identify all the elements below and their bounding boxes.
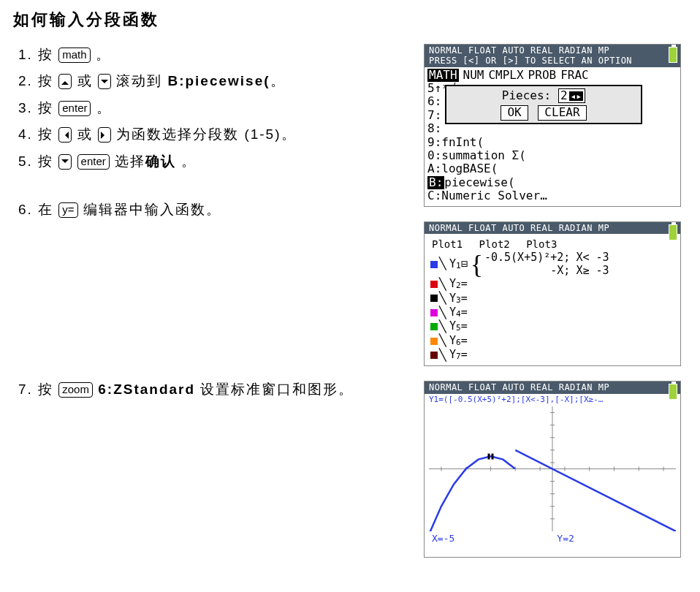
line-style-icon: ╲ (439, 349, 449, 362)
pieces-dialog: Pieces: 2◂▸ OK CLEAR (445, 85, 642, 124)
tab-num[interactable]: NUM (463, 68, 484, 82)
text: 。 (91, 47, 111, 62)
math-key: math (58, 48, 90, 63)
pieces-label: Pieces: (502, 88, 551, 102)
menu-target: B:piecewise( (167, 73, 270, 88)
text: 滚动到 (111, 73, 168, 88)
color-swatch-icon (430, 295, 438, 302)
function-line: Y1=([-0.5(X+5)²+2];[X<-3],[-X];[X≥-… (425, 394, 680, 405)
battery-icon (669, 224, 677, 240)
tab-prob[interactable]: PROB (528, 68, 557, 82)
down-arrow-key (58, 154, 72, 170)
calc-header: NORMAL FLOAT AUTO REAL RADIAN MP (425, 222, 680, 235)
step-2: 按 或 滚动到 B:piecewise(。 (38, 70, 411, 92)
screenshots-column: NORMAL FLOAT AUTO REAL RADIAN MP PRESS [… (424, 44, 687, 572)
calc-body: Y1=([-0.5(X+5)²+2];[X<-3],[-X];[X≥-… (425, 394, 680, 547)
text: 按 (38, 100, 58, 115)
spinner-icon[interactable]: ◂▸ (569, 91, 584, 101)
text: 在 (38, 202, 58, 217)
calc-header: NORMAL FLOAT AUTO REAL RADIAN MP (425, 382, 680, 394)
calc-screen-graph: NORMAL FLOAT AUTO REAL RADIAN MP Y1=([-0… (424, 381, 681, 558)
line-style-icon: ╲ (439, 257, 449, 270)
text: 按 (38, 47, 58, 62)
y-label: Y3= (449, 292, 468, 306)
pw-expr: -X; (484, 265, 570, 277)
coord-row: X=-5 Y=2 (425, 534, 680, 547)
tab-cmplx[interactable]: CMPLX (488, 68, 523, 82)
color-swatch-icon (430, 309, 438, 316)
page-title: 如何输入分段函数 (13, 9, 687, 31)
calc-body: MATHNUMCMPLXPROBFRAC 5↑ˣ√ 6: 7: 8: Piece… (425, 67, 680, 206)
menu-item-selected[interactable]: B:piecewise( (427, 176, 677, 189)
step-5: 按 enter 选择确认 。 (38, 151, 411, 172)
menu-item[interactable]: C:Numeric Solver… (427, 189, 677, 202)
plot2-tab[interactable]: Plot2 (479, 238, 510, 250)
down-arrow-key (98, 74, 111, 89)
menu-item[interactable]: 9:fnInt( (427, 136, 677, 149)
y7-row[interactable]: ╲Y7= (430, 349, 677, 362)
y-label: Y6= (449, 335, 468, 348)
text: 按 (38, 73, 58, 88)
menu-item[interactable]: 0:summation Σ( (427, 149, 677, 162)
y6-row[interactable]: ╲Y6= (430, 334, 677, 347)
y1-row[interactable]: ╲ Y1⊟ { -0.5(X+5)²+2; X< -3 -X; X≥ -3 (430, 251, 677, 277)
text: 为函数选择分段数 (1-5)。 (111, 126, 297, 142)
color-swatch-icon (430, 261, 438, 268)
x-coord: X=-5 (432, 534, 454, 544)
text: 选择 (110, 153, 145, 169)
line-style-icon: ╲ (439, 306, 449, 319)
plot1-tab[interactable]: Plot1 (432, 238, 463, 250)
step-6: 在 y= 编辑器中输入函数。 (38, 199, 411, 221)
pw-expr: -0.5(X+5)²+2; (484, 251, 570, 264)
y3-row[interactable]: ╲Y3= (430, 292, 677, 305)
plot3-tab[interactable]: Plot3 (526, 238, 557, 250)
step-4: 按 或 为函数选择分段数 (1-5)。 (38, 124, 411, 145)
pw-cond: X≥ -3 (576, 265, 609, 277)
y-equals-key: y= (58, 202, 77, 218)
dialog-buttons: OK CLEAR (451, 105, 636, 120)
enter-key: enter (58, 101, 91, 116)
clear-button[interactable]: CLEAR (538, 105, 586, 120)
left-arrow-key (58, 127, 72, 143)
tab-frac[interactable]: FRAC (560, 68, 589, 82)
graph-svg (429, 406, 676, 531)
text: 按 (38, 126, 58, 142)
steps-list-2: 在 y= 编辑器中输入函数。 (13, 199, 411, 221)
calc-screen-y-editor: NORMAL FLOAT AUTO REAL RADIAN MP Plot1 P… (424, 221, 681, 367)
text: 按 (38, 382, 58, 397)
pw-cond: X< -3 (576, 251, 609, 264)
battery-icon (669, 47, 677, 63)
text: 按 (38, 153, 58, 169)
battery-icon (669, 384, 677, 400)
zoom-key: zoom (58, 382, 93, 398)
plot-tabs: Plot1 Plot2 Plot3 (432, 238, 677, 250)
svg-rect-66 (491, 453, 493, 459)
menu-item[interactable]: A:logBASE( (427, 162, 677, 175)
step-1: 按 math 。 (38, 44, 411, 66)
y2-row[interactable]: ╲Y2= (430, 278, 677, 291)
pieces-value[interactable]: 2◂▸ (558, 88, 585, 103)
y-label: Y7= (449, 349, 468, 362)
y1-label: Y1⊟ (449, 258, 468, 271)
menu-item: 8: (427, 122, 677, 135)
ok-button[interactable]: OK (501, 105, 528, 120)
svg-rect-65 (488, 453, 490, 459)
calc-header: NORMAL FLOAT AUTO REAL RADIAN MP PRESS [… (425, 45, 680, 67)
tab-math[interactable]: MATH (427, 69, 459, 82)
header-line: NORMAL FLOAT AUTO REAL RADIAN MP (429, 46, 677, 56)
instructions-column: 按 math 。 按 或 滚动到 B:piecewise(。 按 enter 。… (13, 44, 411, 572)
line-style-icon: ╲ (439, 320, 449, 333)
color-swatch-icon (430, 352, 438, 359)
y4-row[interactable]: ╲Y4= (430, 306, 677, 319)
graph-area[interactable] (429, 406, 676, 532)
header-line: NORMAL FLOAT AUTO REAL RADIAN MP (429, 224, 677, 234)
y-label: Y5= (449, 320, 468, 333)
text: 。 (91, 100, 111, 115)
y5-row[interactable]: ╲Y5= (430, 320, 677, 333)
menu-tabs: MATHNUMCMPLXPROBFRAC (427, 69, 677, 82)
step-3: 按 enter 。 (38, 97, 411, 119)
calc-screen-math-menu: NORMAL FLOAT AUTO REAL RADIAN MP PRESS [… (424, 44, 681, 207)
enter-key: enter (77, 154, 110, 170)
text: 。 (176, 153, 197, 169)
piecewise-content: -0.5(X+5)²+2; X< -3 -X; X≥ -3 (484, 251, 609, 277)
